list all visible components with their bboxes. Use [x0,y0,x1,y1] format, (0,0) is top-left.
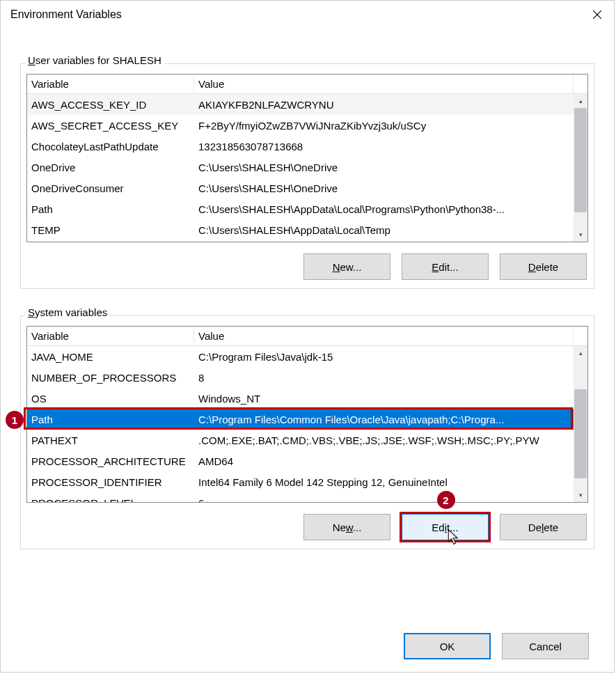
scroll-down-icon[interactable]: ▾ [574,488,587,502]
ok-button[interactable]: OK [404,633,491,659]
user-vars-list[interactable]: Variable Value AWS_ACCESS_KEY_IDAKIAYKFB… [26,74,588,242]
table-row[interactable]: PROCESSOR_ARCHITECTUREAMD64 [27,450,574,471]
user-vars-label: User variables for SHALESH [25,54,164,66]
list-header: Variable Value [27,327,587,346]
table-row[interactable]: AWS_ACCESS_KEY_IDAKIAYKFB2NLFAZWCRYNU [27,94,574,115]
scroll-up-icon[interactable]: ▴ [574,346,587,360]
dialog-title: Environment Variables [10,8,122,21]
cell-variable: OneDriveConsumer [27,182,194,194]
cell-variable: ChocolateyLastPathUpdate [27,141,194,152]
table-row[interactable]: NUMBER_OF_PROCESSORS8 [27,367,574,388]
user-buttons: New... Edit... Delete [26,253,588,280]
col-value[interactable]: Value [194,327,574,345]
col-value[interactable]: Value [194,75,574,93]
table-row[interactable]: OneDriveC:\Users\SHALESH\OneDrive [27,157,574,178]
system-vars-list[interactable]: Variable Value JAVA_HOMEC:\Program Files… [26,326,588,503]
table-row[interactable]: PROCESSOR_LEVEL6 [27,492,574,502]
cell-value: C:\Users\SHALESH\AppData\Local\Temp [194,224,574,236]
scroll-up-icon[interactable]: ▴ [574,94,587,108]
col-variable[interactable]: Variable [27,75,194,93]
system-delete-button[interactable]: Delete [500,514,587,540]
cell-variable: Path [27,203,194,215]
table-row[interactable]: TEMPC:\Users\SHALESH\AppData\Local\Temp [27,219,574,240]
table-row[interactable]: PATHEXT.COM;.EXE;.BAT;.CMD;.VBS;.VBE;.JS… [27,430,574,450]
cell-variable: NUMBER_OF_PROCESSORS [27,372,194,384]
user-delete-button[interactable]: Delete [500,253,587,280]
scroll-down-icon[interactable]: ▾ [574,228,587,242]
env-vars-dialog: Environment Variables User variables for… [0,0,615,673]
cell-variable: PROCESSOR_LEVEL [27,497,194,503]
dialog-buttons: OK Cancel [404,633,589,659]
table-row[interactable]: JAVA_HOMEC:\Program Files\Java\jdk-15 [27,346,574,367]
system-new-button[interactable]: New... [303,514,390,540]
cell-value: 132318563078713668 [194,141,574,152]
cell-value: Windows_NT [194,393,574,405]
cell-value: C:\Program Files\Java\jdk-15 [194,351,574,363]
scroll-thumb[interactable] [574,108,587,212]
table-row[interactable]: OSWindows_NT [27,388,574,409]
system-edit-button[interactable]: Edit... [402,514,489,540]
cell-value: AKIAYKFB2NLFAZWCRYNU [194,99,574,111]
cell-variable: OneDrive [27,162,194,173]
cancel-button[interactable]: Cancel [502,633,589,659]
cell-variable: Path [27,414,194,425]
table-row[interactable]: ChocolateyLastPathUpdate1323185630787136… [27,136,574,157]
cell-value: AMD64 [194,455,574,467]
table-row[interactable]: TMPC:\Users\SHALESH\AppData\Local\Temp [27,240,574,242]
system-buttons: New... Edit... Delete [26,514,588,540]
cell-value: F+2ByY/fmyiOZwZB7VWiJNraZKibYvzj3uk/uSCy [194,120,574,132]
cell-variable: TEMP [27,224,194,236]
cell-variable: JAVA_HOME [27,351,194,363]
table-row[interactable]: PROCESSOR_IDENTIFIERIntel64 Family 6 Mod… [27,471,574,492]
close-icon [592,10,602,19]
user-new-button[interactable]: New... [303,253,390,280]
cell-variable: AWS_SECRET_ACCESS_KEY [27,120,194,132]
cell-variable: AWS_ACCESS_KEY_ID [27,99,194,111]
cell-value: 8 [194,372,574,384]
cell-value: C:\Users\SHALESH\AppData\Local\Programs\… [194,203,574,215]
col-variable[interactable]: Variable [27,327,194,345]
cell-variable: OS [27,393,194,405]
dialog-content: User variables for SHALESH Variable Valu… [1,29,614,556]
user-vars-group: User variables for SHALESH Variable Valu… [20,63,594,289]
cell-value: .COM;.EXE;.BAT;.CMD;.VBS;.VBE;.JS;.JSE;.… [194,434,574,446]
list-body: AWS_ACCESS_KEY_IDAKIAYKFB2NLFAZWCRYNUAWS… [27,94,587,242]
system-vars-group: System variables Variable Value JAVA_HOM… [20,315,594,549]
table-row[interactable]: OneDriveConsumerC:\Users\SHALESH\OneDriv… [27,178,574,198]
table-row[interactable]: PathC:\Program Files\Common Files\Oracle… [27,409,574,430]
scrollbar[interactable]: ▴ ▾ [574,94,587,242]
close-button[interactable] [581,1,614,29]
cell-value: Intel64 Family 6 Model 142 Stepping 12, … [194,476,574,488]
cell-variable: PROCESSOR_IDENTIFIER [27,476,194,488]
user-edit-button[interactable]: Edit... [402,253,489,280]
list-body: JAVA_HOMEC:\Program Files\Java\jdk-15NUM… [27,346,587,502]
cell-value: C:\Users\SHALESH\OneDrive [194,162,574,173]
scroll-thumb[interactable] [574,389,587,478]
cell-variable: PROCESSOR_ARCHITECTURE [27,455,194,467]
list-header: Variable Value [27,75,587,94]
table-row[interactable]: PathC:\Users\SHALESH\AppData\Local\Progr… [27,198,574,219]
system-vars-label: System variables [25,306,110,318]
cell-variable: PATHEXT [27,434,194,446]
title-bar: Environment Variables [1,1,614,29]
cell-value: C:\Users\SHALESH\OneDrive [194,182,574,194]
scrollbar[interactable]: ▴ ▾ [574,346,587,502]
table-row[interactable]: AWS_SECRET_ACCESS_KEYF+2ByY/fmyiOZwZB7VW… [27,115,574,136]
cell-value: C:\Program Files\Common Files\Oracle\Jav… [194,414,574,425]
cell-value: 6 [194,497,574,503]
